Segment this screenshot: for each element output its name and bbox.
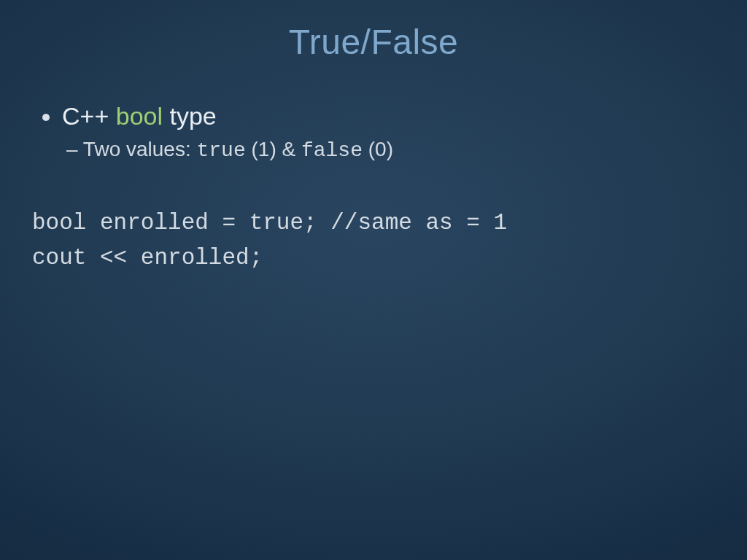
bullet-item-bool-type: C++ bool type Two values: true (1) & fal…: [62, 102, 711, 162]
bullet-list: C++ bool type Two values: true (1) & fal…: [36, 102, 711, 162]
code-line-1: bool enrolled = true; //same as = 1: [32, 210, 507, 236]
true-literal: true: [197, 139, 246, 162]
false-literal: false: [301, 139, 363, 162]
bool-keyword: bool: [116, 102, 163, 130]
code-block: bool enrolled = true; //same as = 1 cout…: [32, 206, 711, 276]
sub-text-prefix: Two values:: [83, 138, 197, 160]
sub-text-mid: (1) &: [246, 138, 301, 160]
sub-bullet-list: Two values: true (1) & false (0): [62, 138, 711, 162]
slide: True/False C++ bool type Two values: tru…: [0, 0, 747, 560]
bullet-text-prefix: C++: [62, 102, 116, 130]
bullet-text-suffix: type: [163, 102, 217, 130]
slide-title: True/False: [36, 22, 711, 62]
code-line-2: cout << enrolled;: [32, 245, 263, 271]
sub-text-suffix: (0): [363, 138, 393, 160]
sub-bullet-two-values: Two values: true (1) & false (0): [82, 138, 711, 162]
